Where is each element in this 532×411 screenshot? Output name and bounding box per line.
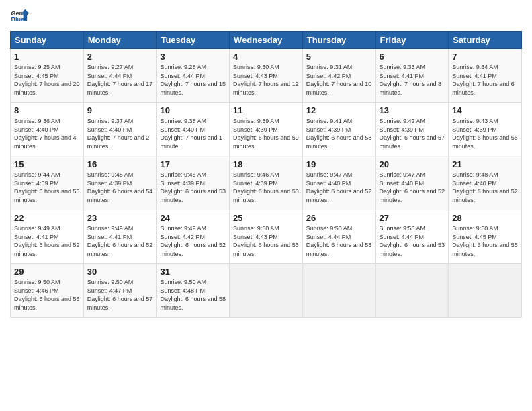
day-cell: 27 Sunrise: 9:50 AMSunset: 4:44 PMDaylig… [375, 210, 449, 264]
header-day-tuesday: Tuesday [157, 32, 230, 49]
day-cell: 22 Sunrise: 9:49 AMSunset: 4:41 PMDaylig… [11, 210, 84, 264]
day-number: 29 [14, 267, 80, 277]
day-number: 8 [14, 105, 80, 116]
day-info: Sunrise: 9:37 AMSunset: 4:40 PMDaylight:… [87, 118, 150, 150]
day-cell: 13 Sunrise: 9:42 AMSunset: 4:39 PMDaylig… [375, 103, 449, 156]
day-cell: 24 Sunrise: 9:49 AMSunset: 4:42 PMDaylig… [157, 210, 230, 264]
day-info: Sunrise: 9:42 AMSunset: 4:39 PMDaylight:… [380, 118, 445, 150]
day-cell: 8 Sunrise: 9:36 AMSunset: 4:40 PMDayligh… [11, 103, 84, 156]
day-info: Sunrise: 9:34 AMSunset: 4:41 PMDaylight:… [452, 64, 515, 96]
day-info: Sunrise: 9:45 AMSunset: 4:39 PMDaylight:… [160, 171, 226, 203]
day-cell: 16 Sunrise: 9:45 AMSunset: 4:39 PMDaylig… [83, 156, 157, 210]
day-info: Sunrise: 9:50 AMSunset: 4:46 PMDaylight:… [14, 279, 80, 311]
week-row-4: 22 Sunrise: 9:49 AMSunset: 4:41 PMDaylig… [11, 210, 522, 264]
day-number: 7 [452, 52, 518, 62]
day-number: 1 [14, 52, 80, 62]
day-cell: 6 Sunrise: 9:33 AMSunset: 4:41 PMDayligh… [375, 49, 449, 103]
day-cell: 11 Sunrise: 9:39 AMSunset: 4:39 PMDaylig… [230, 103, 303, 156]
day-number: 31 [160, 267, 226, 277]
day-info: Sunrise: 9:46 AMSunset: 4:39 PMDaylight:… [233, 171, 299, 203]
day-cell: 17 Sunrise: 9:45 AMSunset: 4:39 PMDaylig… [157, 156, 230, 210]
day-info: Sunrise: 9:50 AMSunset: 4:44 PMDaylight:… [306, 225, 372, 257]
day-info: Sunrise: 9:50 AMSunset: 4:48 PMDaylight:… [160, 279, 226, 311]
page: General Blue SundayMondayTuesdayWednesda… [0, 0, 532, 411]
day-info: Sunrise: 9:27 AMSunset: 4:44 PMDaylight:… [87, 64, 153, 96]
day-info: Sunrise: 9:50 AMSunset: 4:45 PMDaylight:… [452, 225, 518, 257]
day-number: 24 [160, 213, 226, 223]
day-number: 22 [14, 213, 80, 223]
day-cell: 12 Sunrise: 9:41 AMSunset: 4:39 PMDaylig… [302, 103, 375, 156]
day-info: Sunrise: 9:28 AMSunset: 4:44 PMDaylight:… [160, 64, 226, 96]
calendar-table: SundayMondayTuesdayWednesdayThursdayFrid… [10, 31, 522, 318]
day-cell: 3 Sunrise: 9:28 AMSunset: 4:44 PMDayligh… [157, 49, 230, 103]
svg-text:Blue: Blue [11, 16, 24, 23]
day-info: Sunrise: 9:50 AMSunset: 4:43 PMDaylight:… [233, 225, 299, 257]
day-cell: 29 Sunrise: 9:50 AMSunset: 4:46 PMDaylig… [11, 264, 84, 318]
day-cell: 30 Sunrise: 9:50 AMSunset: 4:47 PMDaylig… [83, 264, 157, 318]
day-number: 12 [306, 105, 372, 116]
day-number: 6 [380, 52, 445, 62]
week-row-1: 1 Sunrise: 9:25 AMSunset: 4:45 PMDayligh… [11, 49, 522, 103]
day-info: Sunrise: 9:50 AMSunset: 4:44 PMDaylight:… [380, 225, 445, 257]
day-cell: 20 Sunrise: 9:47 AMSunset: 4:40 PMDaylig… [375, 156, 449, 210]
day-number: 5 [306, 52, 372, 62]
day-number: 9 [87, 105, 153, 116]
day-number: 19 [306, 159, 372, 169]
day-cell [302, 264, 375, 318]
day-cell: 5 Sunrise: 9:31 AMSunset: 4:42 PMDayligh… [302, 49, 375, 103]
day-cell: 28 Sunrise: 9:50 AMSunset: 4:45 PMDaylig… [449, 210, 522, 264]
day-cell: 25 Sunrise: 9:50 AMSunset: 4:43 PMDaylig… [230, 210, 303, 264]
day-info: Sunrise: 9:38 AMSunset: 4:40 PMDaylight:… [160, 118, 222, 150]
day-number: 25 [233, 213, 299, 223]
day-cell [230, 264, 303, 318]
day-number: 11 [233, 105, 299, 116]
day-cell: 14 Sunrise: 9:43 AMSunset: 4:39 PMDaylig… [449, 103, 522, 156]
day-cell: 2 Sunrise: 9:27 AMSunset: 4:44 PMDayligh… [83, 49, 157, 103]
logo: General Blue [10, 7, 29, 26]
header-day-saturday: Saturday [449, 32, 522, 49]
day-number: 18 [233, 159, 299, 169]
day-cell: 23 Sunrise: 9:49 AMSunset: 4:41 PMDaylig… [83, 210, 157, 264]
day-cell: 18 Sunrise: 9:46 AMSunset: 4:39 PMDaylig… [230, 156, 303, 210]
day-number: 23 [87, 213, 153, 223]
day-cell [449, 264, 522, 318]
day-cell [375, 264, 449, 318]
header-day-friday: Friday [375, 32, 449, 49]
header-day-thursday: Thursday [302, 32, 375, 49]
day-info: Sunrise: 9:48 AMSunset: 4:40 PMDaylight:… [452, 171, 518, 203]
day-number: 14 [452, 105, 518, 116]
week-row-2: 8 Sunrise: 9:36 AMSunset: 4:40 PMDayligh… [11, 103, 522, 156]
day-info: Sunrise: 9:31 AMSunset: 4:42 PMDaylight:… [306, 64, 372, 96]
day-info: Sunrise: 9:43 AMSunset: 4:39 PMDaylight:… [452, 118, 518, 150]
header-day-sunday: Sunday [11, 32, 84, 49]
header-row: SundayMondayTuesdayWednesdayThursdayFrid… [11, 32, 522, 49]
day-number: 27 [380, 213, 445, 223]
day-number: 3 [160, 52, 226, 62]
day-cell: 19 Sunrise: 9:47 AMSunset: 4:40 PMDaylig… [302, 156, 375, 210]
day-number: 17 [160, 159, 226, 169]
day-info: Sunrise: 9:49 AMSunset: 4:42 PMDaylight:… [160, 225, 226, 257]
header: General Blue [10, 7, 522, 26]
day-info: Sunrise: 9:33 AMSunset: 4:41 PMDaylight:… [380, 64, 442, 96]
day-cell: 15 Sunrise: 9:44 AMSunset: 4:39 PMDaylig… [11, 156, 84, 210]
day-info: Sunrise: 9:39 AMSunset: 4:39 PMDaylight:… [233, 118, 299, 150]
day-cell: 10 Sunrise: 9:38 AMSunset: 4:40 PMDaylig… [157, 103, 230, 156]
day-info: Sunrise: 9:41 AMSunset: 4:39 PMDaylight:… [306, 118, 372, 150]
day-cell: 4 Sunrise: 9:30 AMSunset: 4:43 PMDayligh… [230, 49, 303, 103]
day-info: Sunrise: 9:45 AMSunset: 4:39 PMDaylight:… [87, 171, 153, 203]
day-info: Sunrise: 9:44 AMSunset: 4:39 PMDaylight:… [14, 171, 80, 203]
day-number: 30 [87, 267, 153, 277]
day-info: Sunrise: 9:49 AMSunset: 4:41 PMDaylight:… [87, 225, 153, 257]
day-cell: 7 Sunrise: 9:34 AMSunset: 4:41 PMDayligh… [449, 49, 522, 103]
header-day-wednesday: Wednesday [230, 32, 303, 49]
day-number: 13 [380, 105, 445, 116]
day-info: Sunrise: 9:30 AMSunset: 4:43 PMDaylight:… [233, 64, 299, 96]
day-number: 20 [380, 159, 445, 169]
day-info: Sunrise: 9:47 AMSunset: 4:40 PMDaylight:… [380, 171, 445, 203]
day-info: Sunrise: 9:50 AMSunset: 4:47 PMDaylight:… [87, 279, 153, 311]
day-number: 15 [14, 159, 80, 169]
day-cell: 9 Sunrise: 9:37 AMSunset: 4:40 PMDayligh… [83, 103, 157, 156]
day-cell: 1 Sunrise: 9:25 AMSunset: 4:45 PMDayligh… [11, 49, 84, 103]
header-day-monday: Monday [83, 32, 157, 49]
day-cell: 21 Sunrise: 9:48 AMSunset: 4:40 PMDaylig… [449, 156, 522, 210]
